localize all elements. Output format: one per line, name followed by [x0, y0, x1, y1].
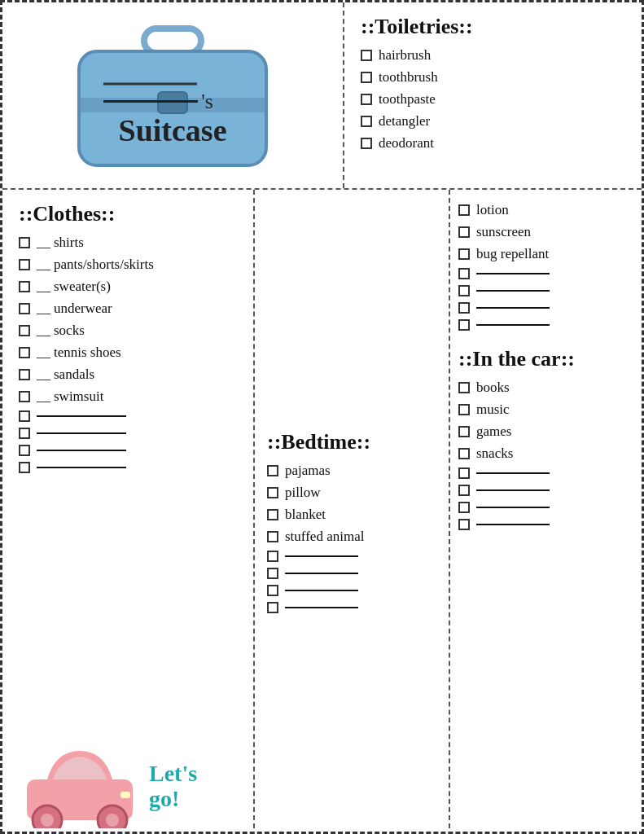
item-label: sandals [54, 367, 94, 383]
checkbox[interactable] [458, 268, 470, 279]
checkbox[interactable] [361, 138, 372, 149]
page: 's Suitcase ::Toiletries:: hairbrush too… [0, 0, 644, 834]
blank-line [285, 607, 358, 608]
list-item-blank [19, 428, 241, 439]
checkbox[interactable] [458, 404, 470, 415]
list-item-blank [458, 519, 629, 530]
list-item: games [458, 424, 629, 440]
checkbox[interactable] [267, 585, 278, 596]
item-label: bug repellant [476, 246, 549, 262]
suitcase-name-area: 's [103, 90, 213, 114]
list-item: music [458, 402, 629, 418]
prefix: __ [37, 257, 50, 273]
name-underline [103, 100, 198, 103]
checkbox[interactable] [267, 602, 278, 613]
checkbox[interactable] [458, 426, 470, 437]
list-item: __ sandals [19, 367, 241, 383]
list-item-blank [267, 602, 436, 613]
car-area: Let'sgo! [19, 739, 197, 828]
blank-line [476, 524, 550, 525]
checkbox[interactable] [458, 448, 470, 459]
item-label: hairbrush [379, 47, 431, 64]
checkbox[interactable] [458, 248, 470, 260]
checkbox[interactable] [458, 485, 470, 496]
list-item: __ sweater(s) [19, 279, 241, 295]
suitcase-container: 's Suitcase [59, 20, 287, 171]
checkbox[interactable] [19, 410, 30, 422]
lets-go-text: Let'sgo! [149, 762, 197, 812]
list-item-blank [458, 485, 629, 496]
checkbox[interactable] [458, 502, 470, 513]
item-label: tennis shoes [54, 345, 121, 361]
checkbox[interactable] [458, 285, 470, 296]
checkbox[interactable] [267, 487, 278, 498]
checkbox[interactable] [19, 428, 30, 439]
list-item: blanket [267, 507, 436, 523]
toiletries-header-area: ::Toiletries:: hairbrush toothbrush toot… [344, 2, 642, 188]
checkbox[interactable] [458, 382, 470, 393]
checkbox[interactable] [458, 319, 470, 331]
car-icon [19, 739, 141, 828]
list-item-blank [267, 568, 436, 579]
top-section: 's Suitcase ::Toiletries:: hairbrush too… [2, 2, 642, 190]
toiletries-list-top: hairbrush toothbrush toothpaste detangle… [361, 47, 625, 151]
checkbox[interactable] [19, 347, 30, 358]
list-item: books [458, 380, 629, 396]
list-item: toothpaste [361, 91, 625, 108]
checkbox[interactable] [19, 325, 30, 336]
list-item-blank [19, 410, 241, 422]
item-label: shirts [54, 235, 84, 251]
checkbox[interactable] [267, 465, 278, 476]
item-label: toothbrush [379, 69, 438, 86]
prefix: __ [37, 279, 50, 295]
list-item: __ socks [19, 323, 241, 339]
svg-point-9 [106, 814, 119, 827]
svg-rect-10 [120, 792, 130, 798]
checkbox[interactable] [458, 226, 470, 238]
item-label: lotion [476, 202, 509, 218]
item-label: games [476, 424, 511, 440]
list-item: toothbrush [361, 69, 625, 86]
checkbox[interactable] [361, 50, 372, 61]
bedtime-list: pajamas pillow blanket stuffed animal [267, 463, 436, 613]
checkbox[interactable] [361, 116, 372, 127]
item-label: books [476, 380, 510, 396]
blank-line [476, 290, 550, 292]
checkbox[interactable] [458, 204, 470, 216]
checkbox[interactable] [361, 72, 372, 83]
list-item-blank [458, 319, 629, 331]
checkbox[interactable] [458, 519, 470, 530]
list-item: sunscreen [458, 224, 629, 240]
checkbox[interactable] [267, 531, 278, 542]
checkbox[interactable] [19, 281, 30, 292]
checkbox[interactable] [19, 445, 30, 456]
checkbox[interactable] [19, 237, 30, 248]
item-label: music [476, 402, 510, 418]
checkbox[interactable] [267, 509, 278, 520]
checkbox[interactable] [19, 462, 30, 473]
checkbox[interactable] [458, 302, 470, 314]
checkbox[interactable] [19, 259, 30, 270]
svg-point-7 [41, 814, 54, 827]
blank-line [476, 472, 550, 474]
item-label: sunscreen [476, 224, 531, 240]
item-label: snacks [476, 446, 513, 462]
checkbox[interactable] [19, 391, 30, 402]
in-the-car-list: books music games snacks [458, 380, 629, 530]
checkbox[interactable] [361, 94, 372, 105]
list-item: __ swimsuit [19, 388, 241, 405]
list-item: pajamas [267, 463, 436, 479]
bedtime-column: ::Bedtime:: pajamas pillow blanket stuff… [255, 190, 450, 834]
list-item: __ shirts [19, 235, 241, 251]
list-item-blank [458, 268, 629, 279]
clothes-column: ::Clothes:: __ shirts __ pants/shorts/sk… [2, 190, 255, 834]
prefix: __ [37, 388, 50, 405]
list-item: stuffed animal [267, 529, 436, 545]
checkbox[interactable] [267, 551, 278, 562]
list-item: detangler [361, 113, 625, 129]
checkbox[interactable] [19, 303, 30, 314]
checkbox[interactable] [267, 568, 278, 579]
checkbox[interactable] [19, 369, 30, 380]
suitcase-area: 's Suitcase [2, 2, 344, 188]
checkbox[interactable] [458, 467, 470, 479]
